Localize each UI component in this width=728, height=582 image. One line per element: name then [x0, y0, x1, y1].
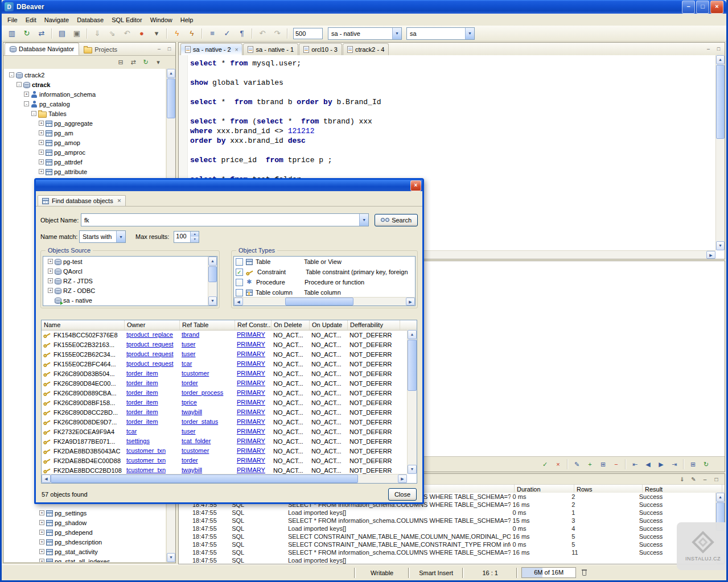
sources-scrollbar[interactable]: ▲ ▼: [208, 257, 217, 306]
table-row[interactable]: FK26C890D8BF158...torder_itemtpricePRIMA…: [42, 398, 407, 407]
close-tab-icon[interactable]: ✕: [117, 198, 122, 204]
collapse-icon[interactable]: -: [31, 111, 36, 116]
log-filter-icon[interactable]: ✎: [689, 474, 698, 484]
tree-item-pg-aggregate[interactable]: +pg_aggregate: [4, 118, 166, 128]
close-button[interactable]: ×: [710, 1, 723, 14]
expand-icon[interactable]: +: [39, 510, 44, 515]
tab-database-navigator[interactable]: Database Navigator: [5, 43, 79, 55]
object-type-procedure[interactable]: ProcedureProcedure or function: [234, 277, 415, 287]
refresh-tree-icon[interactable]: ↻: [140, 57, 151, 68]
chevron-down-icon[interactable]: ▼: [392, 28, 401, 39]
tree-item-information-schema[interactable]: +information_schema: [4, 89, 166, 99]
dialog-close-button[interactable]: ×: [410, 180, 421, 191]
refresh-results-icon[interactable]: ↻: [700, 459, 712, 470]
next-row-icon[interactable]: ▶: [655, 459, 667, 470]
expand-icon[interactable]: +: [48, 269, 53, 274]
table-row[interactable]: FK2DAE8BD3B5043ACtcustomer_txntcustomerP…: [42, 446, 407, 456]
execute-script-icon[interactable]: ϟ: [185, 27, 199, 40]
previous-row-icon[interactable]: ◀: [642, 459, 654, 470]
column-header-ref-constr[interactable]: Ref Constr...: [235, 320, 272, 330]
checkbox-unchecked-icon[interactable]: [236, 258, 243, 266]
results-horizontal-scrollbar[interactable]: ◀ ▶: [42, 474, 407, 483]
scroll-down-icon[interactable]: ▼: [408, 465, 417, 474]
log-row[interactable]: 18:47:55SQLSELECT * FROM information_sch…: [179, 517, 715, 525]
max-results-spinner[interactable]: 100 ▲ ▼: [174, 231, 199, 243]
table-row[interactable]: FK26C890D84EC00...torder_itemtorderPRIMA…: [42, 378, 407, 388]
expand-icon[interactable]: +: [39, 130, 44, 135]
log-export-icon[interactable]: ⇓: [677, 474, 687, 484]
expand-icon[interactable]: +: [39, 140, 44, 145]
menu-item-window[interactable]: Window: [146, 15, 176, 24]
source-item-rz-odbc[interactable]: +RZ - ODBC: [43, 286, 217, 295]
expand-icon[interactable]: +: [39, 169, 44, 174]
heap-status[interactable]: 6M of 16M: [521, 567, 576, 578]
fetch-size-input[interactable]: [293, 28, 323, 39]
apply-changes-icon[interactable]: ✓: [539, 459, 551, 470]
validate-query-icon[interactable]: ✓: [220, 27, 234, 40]
scroll-left-icon[interactable]: ◀: [42, 474, 51, 483]
minimize-button[interactable]: –: [682, 1, 695, 14]
table-row[interactable]: FK26C890D8DE9D7...torder_itemtorder_stat…: [42, 417, 407, 427]
dialog-titlebar[interactable]: ×: [36, 180, 422, 191]
expand-icon[interactable]: +: [39, 520, 44, 525]
scroll-up-icon[interactable]: ▲: [208, 257, 217, 266]
undo-icon[interactable]: ↶: [256, 27, 269, 40]
search-button[interactable]: Search: [375, 214, 418, 226]
copy-row-icon[interactable]: ⊞: [597, 459, 609, 470]
checkbox-unchecked-icon[interactable]: [236, 279, 243, 286]
source-item-rz-jtds[interactable]: +RZ - JTDS: [43, 276, 217, 286]
collapse-icon[interactable]: -: [24, 101, 29, 106]
collapse-icon[interactable]: -: [17, 82, 22, 87]
table-row[interactable]: FK2DAE8BDCC2BD108tcustomer_txntwaybillPR…: [42, 465, 407, 474]
checkbox-unchecked-icon[interactable]: [236, 289, 243, 296]
close-tab-icon[interactable]: ×: [235, 47, 238, 53]
tree-item-pg-shdepend[interactable]: +pg_shdepend: [5, 527, 166, 537]
collapse-icon[interactable]: -: [9, 72, 14, 77]
log-row[interactable]: 18:47:55SQLLoad imported keys[]0 ms4Succ…: [179, 525, 715, 533]
log-row[interactable]: 18:47:55SQLSELECT CONSTRAINT_NAME,TABLE_…: [179, 540, 715, 548]
execute-statement-icon[interactable]: ϟ: [170, 27, 184, 40]
checkbox-checked-icon[interactable]: ✓: [236, 269, 243, 276]
tree-item-pg-stat-all-indexes[interactable]: +pg_stat_all_indexes: [5, 556, 166, 562]
log-row[interactable]: 18:47:55SQLLoad imported keys[]0 ms1Succ…: [179, 509, 715, 517]
new-sql-editor-icon[interactable]: ▤: [55, 27, 69, 40]
maximize-view-icon[interactable]: □: [165, 44, 174, 53]
expand-icon[interactable]: +: [39, 539, 44, 544]
editor-scrollbar[interactable]: ▲ ▼: [715, 55, 725, 250]
dialog-close-action-button[interactable]: Close: [388, 488, 417, 501]
connection-select[interactable]: sa - native ▼: [328, 27, 402, 40]
scroll-right-icon[interactable]: ▶: [406, 298, 415, 306]
add-row-icon[interactable]: +: [584, 459, 596, 470]
reconnect-icon[interactable]: ↻: [20, 27, 34, 40]
scroll-up-icon[interactable]: ▲: [167, 69, 175, 78]
spin-down-icon[interactable]: ▼: [191, 237, 199, 242]
scroll-up-icon[interactable]: ▲: [408, 330, 417, 339]
scroll-up-icon[interactable]: ▲: [716, 493, 725, 502]
expand-icon[interactable]: +: [48, 278, 53, 283]
scroll-left-icon[interactable]: ◀: [234, 298, 243, 306]
toolbar-menu-icon[interactable]: ▾: [150, 27, 163, 40]
save-icon[interactable]: ⇓: [91, 27, 104, 40]
minimize-view-icon[interactable]: –: [155, 44, 163, 53]
redo-icon[interactable]: ↷: [270, 27, 284, 40]
object-type-table-column[interactable]: Table columnTable column: [234, 287, 415, 298]
tree-item-pg-shadow[interactable]: +pg_shadow: [5, 518, 166, 527]
tree-item-ctrack2[interactable]: -ctrack2: [4, 70, 166, 80]
scroll-down-icon[interactable]: ▼: [167, 553, 175, 562]
menu-item-edit[interactable]: Edit: [22, 15, 40, 24]
expand-icon[interactable]: +: [48, 259, 53, 264]
column-header-defferability[interactable]: Defferability: [348, 320, 400, 330]
expand-icon[interactable]: +: [39, 159, 44, 164]
expand-icon[interactable]: +: [39, 559, 44, 562]
reject-changes-icon[interactable]: ×: [552, 459, 564, 470]
view-menu-icon[interactable]: ▾: [153, 57, 164, 68]
revert-icon[interactable]: ↶: [120, 27, 134, 40]
tree-item-ctrack[interactable]: -ctrack: [4, 80, 166, 89]
tab-find-database-objects[interactable]: Find database objects ✕: [38, 195, 126, 206]
edit-value-icon[interactable]: ✎: [571, 459, 583, 470]
scroll-down-icon[interactable]: ▼: [716, 241, 725, 250]
table-row[interactable]: FK155E0C2B62C34...tproduct_requesttuserP…: [42, 349, 407, 359]
expand-icon[interactable]: +: [39, 150, 44, 155]
log-row[interactable]: 18:47:55SQLLoad imported keys[]: [179, 556, 715, 564]
tree-item-pg-am[interactable]: +pg_am: [4, 128, 166, 138]
